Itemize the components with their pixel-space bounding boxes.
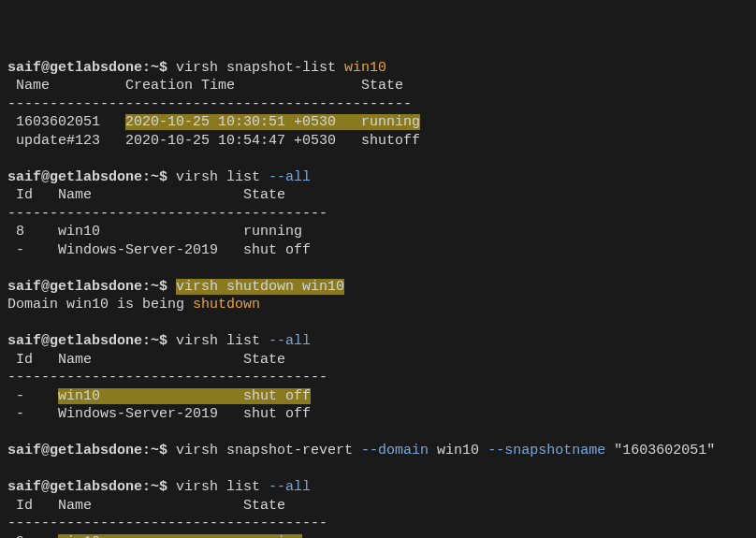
command-text: virsh list — [176, 479, 269, 495]
shell-prompt: saif@getlabsdone:~$ — [7, 333, 167, 349]
command-flag: --snapshotname — [487, 443, 605, 458]
table-row: - Windows-Server-2019 shut off — [7, 242, 311, 258]
table-row: - Windows-Server-2019 shut off — [7, 406, 311, 422]
table-divider: -------------------------------------- — [7, 516, 327, 531]
command-text: virsh list — [176, 333, 269, 349]
highlighted-text: shut off — [243, 388, 311, 404]
shell-prompt: saif@getlabsdone:~$ — [7, 443, 167, 458]
command-text: virsh snapshot-revert — [176, 443, 361, 458]
terminal-output[interactable]: saif@getlabsdone:~$ virsh snapshot-list … — [7, 59, 749, 539]
command-flag: --all — [269, 333, 311, 349]
table-divider: ----------------------------------------… — [7, 96, 412, 112]
table-row: 1603602051 — [7, 114, 125, 130]
highlighted-text: 2020-10-25 10:30:51 +0530 running — [125, 114, 420, 130]
command-text: virsh list — [176, 169, 269, 185]
table-row: 8 win10 running — [7, 224, 302, 240]
table-row: - — [7, 388, 58, 404]
table-row: 9 — [7, 534, 58, 539]
command-flag: --domain — [361, 443, 429, 458]
shell-prompt: saif@getlabsdone:~$ — [7, 60, 167, 76]
table-header: Id Name State — [7, 498, 285, 514]
highlighted-command: virsh shutdown win10 — [176, 279, 344, 295]
table-row: update#123 2020-10-25 10:54:47 +0530 shu… — [7, 133, 420, 149]
shell-prompt: saif@getlabsdone:~$ — [7, 479, 167, 495]
highlighted-text: win10 — [58, 534, 243, 539]
highlighted-text: running — [243, 534, 302, 539]
command-text: virsh snapshot-list — [176, 60, 336, 76]
table-divider: -------------------------------------- — [7, 370, 327, 385]
table-divider: -------------------------------------- — [7, 206, 327, 222]
highlighted-text: win10 — [58, 388, 243, 404]
command-flag: --all — [269, 169, 311, 185]
command-arg: "1603602051" — [605, 443, 715, 458]
table-header: Id Name State — [7, 187, 285, 203]
command-arg: win10 — [344, 60, 386, 76]
command-flag: --all — [269, 479, 311, 495]
table-header: Id Name State — [7, 352, 285, 368]
output-keyword: shutdown — [193, 297, 260, 313]
shell-prompt: saif@getlabsdone:~$ — [7, 279, 167, 295]
shell-prompt: saif@getlabsdone:~$ — [7, 169, 167, 185]
table-header: Name Creation Time State — [7, 78, 403, 94]
command-arg: win10 — [429, 443, 487, 458]
output-text: Domain win10 is being — [7, 297, 193, 313]
